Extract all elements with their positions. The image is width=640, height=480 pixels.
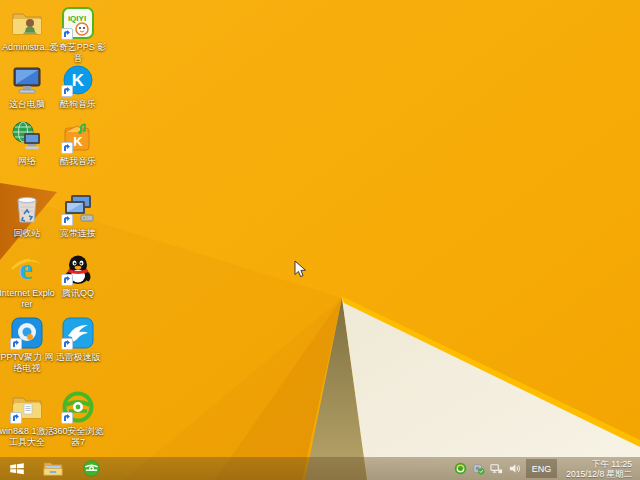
shortcut-arrow-icon [61, 85, 73, 97]
360-antivirus-tray-icon[interactable] [454, 462, 467, 475]
shortcut-arrow-icon [10, 412, 22, 424]
clock-date: 2015/12/8 星期二 [566, 469, 632, 479]
shortcut-arrow-icon [61, 142, 73, 154]
desktop-icon-qq[interactable]: 腾讯QQ [49, 252, 107, 299]
desktop: Administra... iQIYI 爱奇艺PPS 影音 [0, 0, 640, 480]
desktop-icon-administrator[interactable]: Administra... [0, 6, 56, 53]
pptv-icon [10, 316, 44, 350]
desktop-icon-network[interactable]: 网络 [0, 120, 56, 167]
desktop-icon-win8-tools[interactable]: win8&8.1激活工具大全 [0, 390, 56, 448]
desktop-icon-thunder[interactable]: 迅雷极速版 [49, 316, 107, 363]
icon-label: PPTV聚力 网络电视 [0, 352, 56, 374]
start-button[interactable] [0, 457, 34, 480]
internet-explorer-icon: e [10, 252, 44, 286]
desktop-icon-ie[interactable]: e Internet Explorer [0, 252, 56, 310]
shortcut-arrow-icon [61, 214, 73, 226]
language-indicator[interactable]: ENG [526, 459, 558, 478]
icon-label: 酷狗音乐 [60, 99, 96, 110]
shortcut-arrow-icon [61, 338, 73, 350]
icon-label: 网络 [18, 156, 36, 167]
svg-text:e: e [19, 252, 32, 285]
shortcut-arrow-icon [61, 274, 73, 286]
thunder-bird-icon [61, 316, 95, 350]
computer-icon [10, 63, 44, 97]
desktop-icon-iqiyi[interactable]: iQIYI 爱奇艺PPS 影音 [49, 6, 107, 64]
icon-label: 360安全浏览器7 [49, 426, 107, 448]
language-label: ENG [532, 464, 552, 474]
broadband-connection-icon [61, 192, 95, 226]
kugou-icon: K [61, 63, 95, 97]
file-explorer-icon [43, 460, 63, 477]
iqiyi-icon: iQIYI [61, 6, 95, 40]
volume-tray-icon[interactable] [508, 462, 521, 475]
icon-label: 爱奇艺PPS 影音 [49, 42, 107, 64]
desktop-icon-broadband[interactable]: 宽带连接 [49, 192, 107, 239]
shortcut-arrow-icon [10, 338, 22, 350]
svg-text:K: K [72, 71, 85, 90]
network-globe-icon [10, 120, 44, 154]
desktop-icon-360-browser[interactable]: 360安全浏览器7 [49, 390, 107, 448]
icon-label: 腾讯QQ [62, 288, 94, 299]
user-folder-icon [10, 6, 44, 40]
icon-label: win8&8.1激活工具大全 [0, 426, 56, 448]
icon-label: 迅雷极速版 [56, 352, 101, 363]
360-browser-icon [61, 390, 95, 424]
taskbar: ENG 下午 11:25 2015/12/8 星期二 [0, 457, 640, 480]
icon-label: 这台电脑 [9, 99, 45, 110]
network-tray-icon[interactable] [490, 462, 503, 475]
windows-logo-icon [8, 460, 26, 477]
desktop-icon-this-pc[interactable]: 这台电脑 [0, 63, 56, 110]
360-browser-icon [82, 459, 101, 478]
qq-penguin-icon [61, 252, 95, 286]
shortcut-arrow-icon [61, 28, 73, 40]
taskbar-file-explorer[interactable] [34, 457, 72, 480]
svg-text:K: K [73, 134, 83, 149]
clock-time: 下午 11:25 [566, 459, 632, 469]
taskbar-clock[interactable]: 下午 11:25 2015/12/8 星期二 [562, 459, 636, 479]
icon-label: 回收站 [14, 228, 41, 239]
desktop-icon-recycle-bin[interactable]: 回收站 [0, 192, 56, 239]
system-tray: ENG 下午 11:25 2015/12/8 星期二 [454, 457, 640, 480]
recycle-bin-icon [10, 192, 44, 226]
svg-text:iQIYI: iQIYI [68, 14, 86, 23]
kuwo-icon: K [61, 120, 95, 154]
folder-icon [10, 390, 44, 424]
desktop-icon-kugou[interactable]: K 酷狗音乐 [49, 63, 107, 110]
icon-label: Administra... [2, 42, 52, 53]
icon-label: Internet Explorer [0, 288, 56, 310]
icon-label: 宽带连接 [60, 228, 96, 239]
shortcut-arrow-icon [61, 412, 73, 424]
desktop-icon-kuwo[interactable]: K 酷我音乐 [49, 120, 107, 167]
icon-label: 酷我音乐 [60, 156, 96, 167]
desktop-icon-pptv[interactable]: PPTV聚力 网络电视 [0, 316, 56, 374]
taskbar-360-browser[interactable] [72, 457, 110, 480]
safely-remove-hardware-tray-icon[interactable] [472, 462, 485, 475]
